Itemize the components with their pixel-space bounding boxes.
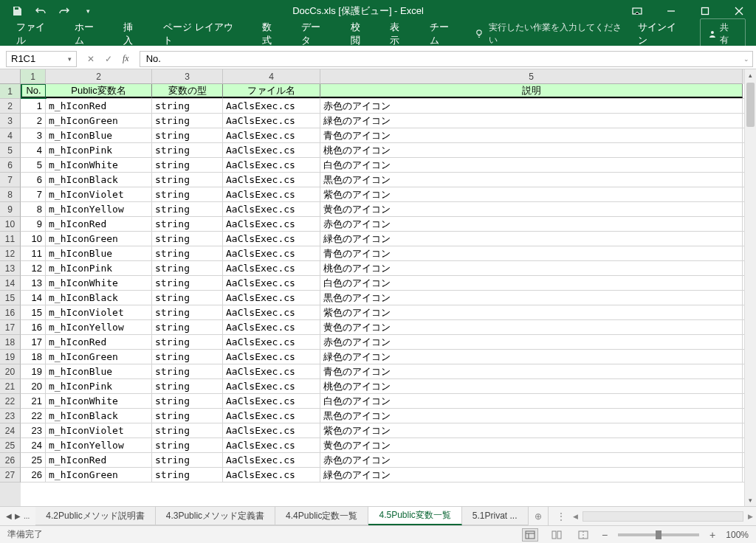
cell[interactable]: m_hIconPink <box>46 379 152 393</box>
cell[interactable]: m_hIconPink <box>46 261 152 275</box>
zoom-level[interactable]: 100% <box>726 530 749 540</box>
cell[interactable]: m_hIconViolet <box>46 187 152 201</box>
table-header-cell[interactable]: Public変数名 <box>46 84 152 98</box>
cell[interactable]: m_hIconBlack <box>46 173 152 187</box>
cell[interactable]: string <box>152 232 223 246</box>
cell[interactable]: 青色のアイコン <box>320 246 743 260</box>
cell[interactable]: m_hIconRed <box>46 453 152 467</box>
tab-nav-ellipsis[interactable]: ... <box>24 512 30 520</box>
cell[interactable]: 緑色のアイコン <box>320 350 743 364</box>
cell[interactable]: string <box>152 276 223 290</box>
cell[interactable]: AaClsExec.cs <box>223 276 320 290</box>
table-row[interactable]: 11m_hIconBluestringAaClsExec.cs青色のアイコン <box>21 246 744 261</box>
grid[interactable]: No.Public変数名変数の型ファイル名説明1m_hIconRedstring… <box>21 84 744 506</box>
cell[interactable]: 緑色のアイコン <box>320 232 743 246</box>
row-header[interactable]: 9 <box>0 202 21 217</box>
column-header[interactable]: 4 <box>223 69 320 84</box>
cell[interactable]: 24 <box>21 438 46 452</box>
cell[interactable]: 26 <box>21 468 46 482</box>
cell[interactable]: 8 <box>21 202 46 216</box>
sheet-tab[interactable]: 4.2Publicメソッド説明書 <box>35 507 155 525</box>
row-header[interactable]: 16 <box>0 305 21 320</box>
table-row[interactable]: 21m_hIconWhitestringAaClsExec.cs白色のアイコン <box>21 394 744 409</box>
cell[interactable]: string <box>152 468 223 482</box>
cell[interactable]: AaClsExec.cs <box>223 246 320 260</box>
cell[interactable]: AaClsExec.cs <box>223 453 320 467</box>
vertical-scrollbar[interactable]: ▴ ▾ <box>744 69 756 506</box>
cell[interactable]: string <box>152 394 223 408</box>
cell[interactable]: 15 <box>21 305 46 319</box>
cell[interactable]: AaClsExec.cs <box>223 173 320 187</box>
cell[interactable]: 緑色のアイコン <box>320 468 743 482</box>
table-header-cell[interactable]: ファイル名 <box>223 84 320 98</box>
cell[interactable]: string <box>152 423 223 437</box>
table-row[interactable]: 14m_hIconBlackstringAaClsExec.cs黒色のアイコン <box>21 291 744 305</box>
cell[interactable]: string <box>152 291 223 305</box>
cell[interactable]: 11 <box>21 246 46 260</box>
table-row[interactable]: 16m_hIconYellowstringAaClsExec.cs黄色のアイコン <box>21 320 744 335</box>
row-header[interactable]: 18 <box>0 335 21 350</box>
cell[interactable]: AaClsExec.cs <box>223 128 320 142</box>
column-header[interactable]: 2 <box>46 69 152 84</box>
cell[interactable]: 7 <box>21 187 46 201</box>
sheet-tab[interactable]: 4.5Public変数一覧 <box>368 507 461 525</box>
row-header[interactable]: 8 <box>0 187 21 202</box>
cell[interactable]: AaClsExec.cs <box>223 364 320 378</box>
table-row[interactable]: 8m_hIconYellowstringAaClsExec.cs黄色のアイコン <box>21 202 744 217</box>
cell[interactable]: 白色のアイコン <box>320 276 743 290</box>
cell[interactable]: string <box>152 128 223 142</box>
scrollbar-thumb[interactable] <box>746 83 755 127</box>
row-header[interactable]: 19 <box>0 350 21 364</box>
cell[interactable]: m_hIconBlue <box>46 128 152 142</box>
cell[interactable]: AaClsExec.cs <box>223 202 320 216</box>
cell[interactable]: m_hIconYellow <box>46 320 152 334</box>
cell[interactable]: m_hIconPink <box>46 143 152 157</box>
cell[interactable]: AaClsExec.cs <box>223 114 320 128</box>
cell[interactable]: string <box>152 173 223 187</box>
row-header[interactable]: 10 <box>0 217 21 232</box>
table-row[interactable]: 5m_hIconWhitestringAaClsExec.cs白色のアイコン <box>21 158 744 173</box>
cell[interactable]: m_hIconWhite <box>46 394 152 408</box>
cell[interactable]: string <box>152 305 223 319</box>
ribbon-tab-1[interactable]: ホーム <box>64 15 113 52</box>
cell[interactable]: m_hIconGreen <box>46 232 152 246</box>
cell[interactable]: 黄色のアイコン <box>320 438 743 452</box>
cell[interactable]: m_hIconYellow <box>46 438 152 452</box>
column-header[interactable]: 3 <box>152 69 223 84</box>
cell[interactable]: 緑色のアイコン <box>320 114 743 128</box>
row-header[interactable]: 13 <box>0 261 21 276</box>
table-row[interactable]: 1m_hIconRedstringAaClsExec.cs赤色のアイコン <box>21 99 744 114</box>
new-sheet-button[interactable]: ⊕ <box>529 507 548 525</box>
cell[interactable]: AaClsExec.cs <box>223 158 320 172</box>
cell[interactable]: 黒色のアイコン <box>320 173 743 187</box>
cell[interactable]: string <box>152 335 223 349</box>
cell[interactable]: 白色のアイコン <box>320 158 743 172</box>
row-header[interactable]: 14 <box>0 276 21 291</box>
tab-nav-right-icon[interactable]: ▶ <box>15 512 21 520</box>
cell[interactable]: 2 <box>21 114 46 128</box>
cell[interactable]: m_hIconViolet <box>46 305 152 319</box>
cell[interactable]: 白色のアイコン <box>320 394 743 408</box>
view-normal-icon[interactable] <box>522 528 538 542</box>
cell[interactable]: AaClsExec.cs <box>223 305 320 319</box>
cell[interactable]: string <box>152 202 223 216</box>
cell[interactable]: m_hIconRed <box>46 217 152 231</box>
row-header[interactable]: 5 <box>0 143 21 158</box>
cell[interactable]: 10 <box>21 232 46 246</box>
cell[interactable]: string <box>152 246 223 260</box>
cell[interactable]: string <box>152 261 223 275</box>
row-header[interactable]: 26 <box>0 453 21 468</box>
row-header[interactable]: 22 <box>0 394 21 409</box>
cell[interactable]: AaClsExec.cs <box>223 394 320 408</box>
hscroll-right-icon[interactable]: ▶ <box>748 513 753 520</box>
row-header[interactable]: 1 <box>0 84 21 99</box>
table-row[interactable]: 7m_hIconVioletstringAaClsExec.cs紫色のアイコン <box>21 187 744 202</box>
cell[interactable]: AaClsExec.cs <box>223 335 320 349</box>
ribbon-tab-8[interactable]: チーム <box>419 15 468 52</box>
table-row[interactable]: 6m_hIconBlackstringAaClsExec.cs黒色のアイコン <box>21 173 744 187</box>
cell[interactable]: 紫色のアイコン <box>320 187 743 201</box>
ribbon-tab-2[interactable]: 挿入 <box>113 15 153 52</box>
cell[interactable]: AaClsExec.cs <box>223 291 320 305</box>
sheet-tab[interactable]: 5.1Privat ... <box>462 507 529 525</box>
cell[interactable]: AaClsExec.cs <box>223 438 320 452</box>
